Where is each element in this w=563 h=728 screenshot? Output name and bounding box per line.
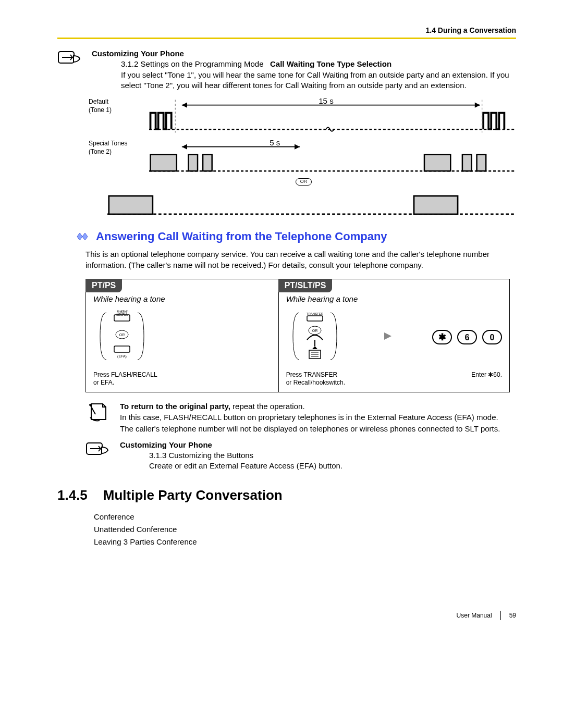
diamond-bullet-icon bbox=[76, 232, 91, 241]
customizing-para: If you select "Tone 1", you will hear th… bbox=[121, 70, 516, 91]
svg-marker-4 bbox=[475, 103, 480, 108]
customizing-ref-bold: Call Waiting Tone Type Selection bbox=[270, 59, 391, 68]
customizing-block-2: Customizing Your Phone 3.1.3 Customizing… bbox=[85, 440, 516, 472]
bullet-item: Leaving 3 Parties Conference bbox=[94, 536, 516, 548]
section-num: 1.4.5 bbox=[57, 487, 88, 503]
svg-text:(EFA): (EFA) bbox=[117, 354, 127, 359]
key-sequence: ✱ 6 0 bbox=[432, 330, 502, 344]
svg-text:0: 0 bbox=[490, 333, 495, 342]
svg-text:15 s: 15 s bbox=[319, 98, 334, 105]
tone1-label-b: (Tone 1) bbox=[89, 106, 141, 115]
customizing-ref: 3.1.2 Settings on the Programming Mode bbox=[121, 59, 264, 68]
panel-left-tab: PT/PS bbox=[85, 279, 122, 292]
svg-rect-12 bbox=[424, 155, 450, 171]
svg-marker-16 bbox=[182, 144, 187, 150]
tone2-label-a: Special Tones bbox=[89, 140, 141, 148]
svg-text:OR: OR bbox=[312, 329, 317, 332]
svg-text:✱: ✱ bbox=[438, 332, 446, 342]
tone-figure: Default (Tone 1) 15 s bbox=[89, 98, 516, 220]
panel-right-enter: Enter ✱60. bbox=[471, 371, 502, 379]
pointing-hand-icon bbox=[86, 440, 110, 472]
tone2-wave-b-icon bbox=[107, 181, 516, 218]
panel-left: PT/PS While hearing a tone FLASH/ FLASH/… bbox=[86, 279, 279, 392]
svg-rect-10 bbox=[188, 155, 198, 171]
answering-heading: Answering Call Waiting from the Telephon… bbox=[76, 230, 516, 243]
notes-line2: In this case, FLASH/RECALL button on pro… bbox=[120, 412, 510, 423]
bullet-item: Unattended Conference bbox=[94, 523, 516, 536]
svg-text:6: 6 bbox=[465, 333, 470, 342]
svg-rect-14 bbox=[477, 155, 486, 171]
tone2-wave-a-icon: 5 s bbox=[149, 140, 516, 176]
svg-rect-9 bbox=[151, 155, 177, 171]
pointing-hand-icon bbox=[58, 48, 82, 91]
svg-marker-42 bbox=[384, 332, 391, 340]
key-star-icon: ✱ bbox=[432, 330, 452, 344]
svg-rect-13 bbox=[462, 155, 472, 171]
panel-left-caption-a: Press FLASH/RECALL bbox=[93, 371, 271, 379]
svg-text:OR: OR bbox=[119, 333, 125, 337]
answering-title: Answering Call Waiting from the Telephon… bbox=[96, 230, 387, 243]
svg-rect-32 bbox=[307, 316, 323, 321]
key-0-icon: 0 bbox=[482, 330, 502, 344]
svg-text:RECALL: RECALL bbox=[116, 313, 128, 316]
svg-rect-30 bbox=[114, 346, 130, 352]
answering-para: This is an optional telephone company se… bbox=[85, 249, 516, 270]
svg-marker-17 bbox=[295, 144, 300, 150]
svg-rect-21 bbox=[414, 196, 458, 214]
panel-right: PT/SLT/PS While hearing a tone TRANSFER … bbox=[279, 279, 509, 392]
panel-right-caption-b: or Recall/hookswitch. bbox=[286, 379, 345, 387]
panel-right-sub: While hearing a tone bbox=[279, 292, 509, 304]
svg-rect-11 bbox=[203, 155, 212, 171]
svg-marker-37 bbox=[312, 346, 317, 349]
panel-left-caption-b: or EFA. bbox=[93, 379, 271, 387]
tone2-label-b: (Tone 2) bbox=[89, 148, 141, 156]
svg-marker-23 bbox=[82, 233, 88, 240]
key-6-icon: 6 bbox=[457, 330, 477, 344]
customizing2-line1: 3.1.3 Customizing the Buttons bbox=[149, 450, 516, 461]
svg-text:TRANSFER: TRANSFER bbox=[306, 312, 323, 315]
svg-text:5 s: 5 s bbox=[270, 140, 280, 147]
svg-marker-3 bbox=[182, 103, 187, 108]
notes-line1-rest: repeat the operation. bbox=[230, 402, 305, 411]
customizing-title-2: Customizing Your Phone bbox=[120, 440, 516, 450]
header-rule bbox=[57, 38, 516, 39]
footer-page: 59 bbox=[509, 612, 516, 619]
notes-line3: The caller's telephone number will not b… bbox=[120, 423, 510, 435]
customizing-block-1: Customizing Your Phone 3.1.2 Settings on… bbox=[57, 48, 516, 91]
bullet-item: Conference bbox=[94, 511, 516, 523]
panel-right-tab: PT/SLT/PS bbox=[278, 279, 333, 292]
svg-text:FLASH/: FLASH/ bbox=[116, 310, 127, 313]
section-1-4-5-heading: 1.4.5 Multiple Party Conversation bbox=[57, 487, 516, 503]
note-paper-icon bbox=[87, 401, 109, 435]
tone1-wave-icon: 15 s bbox=[149, 98, 516, 134]
notes-block: To return to the original party, repeat … bbox=[85, 401, 510, 435]
customizing-title-1: Customizing Your Phone bbox=[92, 48, 516, 59]
arrow-right-icon bbox=[382, 330, 394, 343]
page-footer: User Manual 59 bbox=[57, 611, 516, 620]
panel-right-caption-a: Press TRANSFER bbox=[286, 371, 345, 379]
transfer-graphic-icon: TRANSFER OR bbox=[286, 309, 344, 366]
svg-rect-20 bbox=[109, 196, 153, 214]
panel-left-sub: While hearing a tone bbox=[86, 292, 278, 304]
flash-recall-graphic-icon: FLASH/ FLASH/ RECALL OR (EFA) bbox=[93, 309, 151, 366]
svg-marker-22 bbox=[77, 233, 82, 240]
section-title: Multiple Party Conversation bbox=[103, 487, 283, 503]
footer-label: User Manual bbox=[457, 612, 492, 619]
tone1-label-a: Default bbox=[89, 98, 141, 106]
instruction-panel: PT/PS While hearing a tone FLASH/ FLASH/… bbox=[85, 279, 510, 392]
section-bullets: Conference Unattended Conference Leaving… bbox=[94, 511, 516, 548]
footer-separator bbox=[500, 611, 501, 620]
notes-line1-bold: To return to the original party, bbox=[120, 402, 230, 411]
or-badge: OR bbox=[296, 178, 312, 186]
customizing2-line2: Create or edit an External Feature Acces… bbox=[149, 461, 516, 471]
breadcrumb: 1.4 During a Conversation bbox=[57, 26, 516, 34]
